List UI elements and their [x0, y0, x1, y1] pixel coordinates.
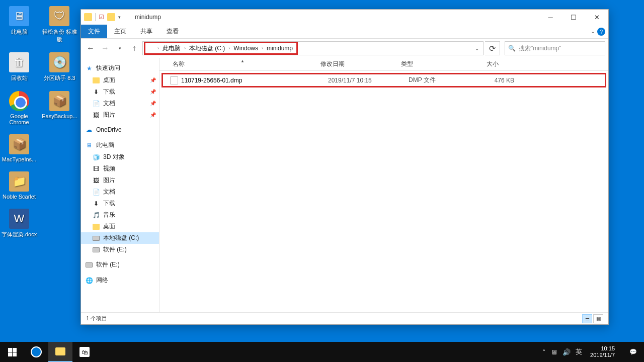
file-list[interactable]: 110719-25656-01.dmp 2019/11/7 10:15 DMP … — [159, 71, 608, 312]
crumb-windows[interactable]: Windows — [232, 45, 260, 52]
desktop-icon-recyclebin[interactable]: 🗑回收站 — [0, 50, 38, 84]
col-date[interactable]: 修改日期 — [316, 60, 397, 68]
file-row[interactable]: 110719-25656-01.dmp 2019/11/7 10:15 DMP … — [162, 73, 606, 87]
col-type[interactable]: 类型 — [397, 60, 461, 68]
sort-asc-icon: ▲ — [240, 59, 245, 63]
file-size: 476 KB — [473, 77, 514, 84]
col-name[interactable]: 名称▲ — [169, 60, 316, 68]
chevron-right-icon[interactable]: › — [226, 46, 232, 51]
sidebar-network[interactable]: 🌐网络 — [81, 274, 159, 287]
pin-icon: 📌 — [150, 89, 156, 95]
desktop-icon-font-doc[interactable]: W字体渲染.docx — [0, 207, 38, 240]
sidebar-item-drive-c[interactable]: 本地磁盘 (C:) — [81, 232, 159, 244]
sidebar-drive-e-root[interactable]: 软件 (E:) — [81, 258, 159, 271]
tray-network-icon[interactable]: 🖥 — [551, 348, 557, 356]
taskbar-explorer[interactable] — [48, 342, 72, 362]
qat-properties-icon[interactable]: ☑ — [99, 14, 104, 21]
file-name: 110719-25656-01.dmp — [181, 77, 328, 84]
desktop-icon-partition-assist[interactable]: 💿分区助手 8.3 — [40, 50, 78, 84]
sidebar-item-documents[interactable]: 📄文档📌 — [81, 98, 159, 109]
qat-dropdown-icon[interactable]: ▾ — [118, 15, 121, 20]
sidebar-item-downloads[interactable]: ⬇下载 — [81, 198, 159, 209]
sidebar: ★快速访问 桌面📌 ⬇下载📌 📄文档📌 🖼图片📌 ☁OneDrive 🖥此电脑 … — [81, 58, 159, 312]
crumb-minidump[interactable]: minidump — [265, 45, 294, 52]
tab-home[interactable]: 主页 — [107, 25, 133, 38]
search-input[interactable]: 🔍 搜索"minidump" — [505, 41, 605, 55]
chevron-right-icon[interactable]: › — [182, 46, 188, 51]
crumb-drive-c[interactable]: 本地磁盘 (C:) — [188, 44, 226, 53]
sidebar-item-pictures[interactable]: 🖼图片📌 — [81, 109, 159, 121]
desktop-icon-mactype[interactable]: 📦MacTypeIns... — [0, 132, 38, 164]
pin-icon: 📌 — [150, 77, 156, 83]
minimize-button[interactable]: ─ — [539, 10, 562, 25]
file-icon — [170, 76, 178, 84]
tray-overflow-icon[interactable]: ˄ — [542, 348, 546, 356]
pin-icon: 📌 — [150, 112, 156, 118]
desktop: 🖥此电脑 🛡轻松备份 标准版 🗑回收站 💿分区助手 8.3 Google Chr… — [0, 0, 80, 342]
ribbon-tabs: 文件 主页 共享 查看 ⌄ ? — [81, 25, 608, 39]
file-pane: 名称▲ 修改日期 类型 大小 110719-25656-01.dmp 2019/… — [159, 58, 608, 312]
sidebar-item-desktop[interactable]: 桌面📌 — [81, 74, 159, 86]
navbar: ← → ▾ ↑ › 此电脑 › 本地磁盘 (C:) › Windows › mi… — [81, 39, 608, 58]
nav-back-button[interactable]: ← — [84, 42, 97, 55]
tray-clock[interactable]: 10:15 2019/11/7 — [587, 345, 618, 358]
sidebar-item-3dobjects[interactable]: 🧊3D 对象 — [81, 151, 159, 163]
search-placeholder: 搜索"minidump" — [519, 44, 561, 53]
tab-view[interactable]: 查看 — [159, 25, 186, 38]
desktop-icon-easybackup[interactable]: 📦EasyBackup... — [40, 89, 78, 121]
taskbar-edge[interactable] — [24, 342, 48, 362]
sidebar-item-documents[interactable]: 📄文档 — [81, 186, 159, 198]
titlebar[interactable]: ☑ ▾ minidump ─ ☐ ✕ — [81, 10, 608, 25]
column-headers: 名称▲ 修改日期 类型 大小 — [159, 58, 608, 71]
sidebar-item-desktop[interactable]: 桌面 — [81, 221, 159, 232]
sidebar-item-videos[interactable]: 🎞视频 — [81, 163, 159, 174]
sidebar-item-pictures[interactable]: 🖼图片 — [81, 174, 159, 186]
desktop-icon-noble-scarlet[interactable]: 📁Noble Scarlet — [0, 169, 38, 202]
folder-icon — [84, 13, 92, 21]
statusbar: 1 个项目 ☰ ▦ — [81, 312, 608, 324]
desktop-icon-easybackup-std[interactable]: 🛡轻松备份 标准版 — [40, 4, 78, 45]
ribbon-collapse-icon[interactable]: ⌄ — [591, 28, 595, 35]
status-text: 1 个项目 — [86, 315, 107, 322]
nav-recent-dropdown[interactable]: ▾ — [113, 42, 126, 55]
desktop-icon-thispc[interactable]: 🖥此电脑 — [0, 4, 38, 38]
sidebar-thispc[interactable]: 🖥此电脑 — [81, 139, 159, 151]
file-date: 2019/11/7 10:15 — [328, 77, 409, 84]
sidebar-item-drive-e[interactable]: 软件 (E:) — [81, 244, 159, 255]
tray-volume-icon[interactable]: 🔊 — [562, 348, 571, 356]
view-details-button[interactable]: ☰ — [582, 314, 592, 323]
sidebar-quick-access[interactable]: ★快速访问 — [81, 62, 159, 74]
breadcrumb-highlight: › 此电脑 › 本地磁盘 (C:) › Windows › minidump — [144, 42, 298, 55]
tab-share[interactable]: 共享 — [133, 25, 159, 38]
address-bar[interactable]: › 此电脑 › 本地磁盘 (C:) › Windows › minidump ⌄ — [142, 41, 484, 55]
nav-forward-button[interactable]: → — [99, 42, 112, 55]
sidebar-item-music[interactable]: 🎵音乐 — [81, 209, 159, 221]
refresh-button[interactable]: ⟳ — [485, 41, 500, 55]
help-icon[interactable]: ? — [597, 28, 605, 36]
sidebar-onedrive[interactable]: ☁OneDrive — [81, 124, 159, 136]
tab-file[interactable]: 文件 — [81, 25, 107, 38]
chevron-right-icon[interactable]: › — [260, 46, 265, 51]
folder-icon — [147, 45, 155, 52]
search-icon: 🔍 — [508, 45, 516, 52]
taskbar: 🛍 ˄ 🖥 🔊 英 10:15 2019/11/7 💬 — [0, 342, 644, 362]
start-button[interactable] — [0, 342, 24, 362]
sidebar-item-downloads[interactable]: ⬇下载📌 — [81, 86, 159, 98]
tray-ime[interactable]: 英 — [576, 347, 582, 356]
tray-notifications-icon[interactable]: 💬 — [623, 342, 643, 362]
crumb-thispc[interactable]: 此电脑 — [161, 44, 182, 53]
qat-newfolder-icon[interactable] — [107, 13, 115, 21]
close-button[interactable]: ✕ — [585, 10, 608, 25]
chevron-right-icon[interactable]: › — [155, 46, 161, 51]
view-icons-button[interactable]: ▦ — [593, 314, 603, 323]
window-title: minidump — [135, 14, 161, 21]
address-dropdown-icon[interactable]: ⌄ — [472, 46, 482, 51]
taskbar-store[interactable]: 🛍 — [72, 342, 97, 362]
maximize-button[interactable]: ☐ — [562, 10, 585, 25]
nav-up-button[interactable]: ↑ — [128, 42, 141, 55]
pin-icon: 📌 — [150, 101, 156, 106]
desktop-icon-chrome[interactable]: Google Chrome — [0, 89, 38, 127]
file-type: DMP 文件 — [409, 76, 473, 84]
col-size[interactable]: 大小 — [461, 60, 503, 68]
explorer-window: ☑ ▾ minidump ─ ☐ ✕ 文件 主页 共享 查看 ⌄ ? ← → ▾… — [80, 9, 609, 325]
